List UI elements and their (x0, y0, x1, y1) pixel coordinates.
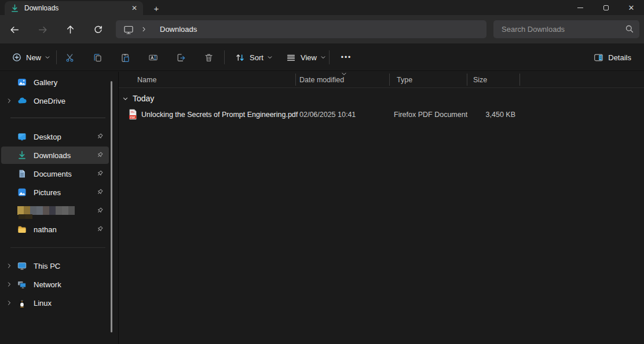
file-size: 3,450 KB (467, 111, 515, 119)
file-row[interactable]: PDF Unlocking the Secrets of Prompt Engi… (119, 107, 644, 122)
sidebar-item-label: Pictures (34, 188, 61, 197)
sidebar-item-network[interactable]: Network (1, 276, 109, 293)
group-header-today[interactable]: Today (119, 91, 154, 106)
sidebar-item-nathan[interactable]: nathan (1, 221, 109, 238)
chevron-down-icon (45, 54, 50, 60)
column-header-size[interactable]: Size (473, 76, 487, 84)
pin-icon[interactable] (96, 225, 104, 233)
sidebar-item-desktop[interactable]: Desktop (1, 128, 109, 145)
close-icon: ✕ (628, 4, 635, 12)
column-header-type[interactable]: Type (397, 76, 412, 84)
redacted-label-blur (19, 214, 32, 219)
view-button[interactable]: View (280, 47, 332, 67)
sidebar-item-label: OneDrive (34, 97, 65, 105)
delete-button[interactable] (198, 47, 219, 67)
group-label: Today (133, 94, 154, 103)
sidebar-item-label: Desktop (34, 133, 61, 141)
file-name: Unlocking the Secrets of Prompt Engineer… (141, 111, 298, 119)
column-header-date-modified[interactable]: Date modified (299, 76, 344, 84)
sidebar-item-onedrive[interactable]: OneDrive (1, 92, 109, 109)
tab-close-icon[interactable]: ✕ (129, 3, 140, 13)
pin-icon[interactable] (96, 188, 104, 196)
tab-downloads[interactable]: Downloads ✕ (5, 1, 143, 15)
network-icon (17, 280, 27, 289)
more-options-button[interactable]: ••• (336, 47, 357, 67)
new-button[interactable]: New (6, 47, 57, 67)
search-input[interactable] (493, 20, 639, 38)
arrow-left-icon (10, 25, 20, 35)
search-bar (493, 20, 639, 38)
paste-button[interactable] (115, 47, 136, 67)
paste-icon (120, 53, 130, 63)
pictures-icon (17, 188, 27, 197)
chevron-right-icon[interactable] (1, 263, 17, 269)
rename-button[interactable] (142, 47, 163, 67)
column-headers: Name Date modified Type Size (119, 72, 644, 87)
sort-button-label: Sort (250, 53, 264, 62)
pin-icon[interactable] (96, 133, 104, 140)
sidebar-item-label: nathan (34, 225, 57, 234)
new-button-label: New (26, 53, 41, 62)
sidebar-scrollbar[interactable] (111, 81, 112, 332)
chevron-down-icon (320, 54, 326, 60)
navigation-bar: Downloads (0, 15, 644, 43)
maximize-icon (603, 5, 609, 10)
close-button[interactable]: ✕ (619, 0, 644, 15)
search-icon[interactable] (625, 24, 634, 34)
toolbar-divider (56, 50, 57, 64)
sidebar-item-redacted[interactable] (1, 202, 109, 219)
plus-circle-icon (12, 53, 21, 62)
file-date-modified: 02/06/2025 10:41 (299, 111, 356, 119)
refresh-button[interactable] (89, 20, 107, 39)
trash-icon (204, 53, 214, 63)
column-header-name[interactable]: Name (137, 76, 156, 84)
tab-title: Downloads (24, 4, 129, 12)
chevron-right-icon[interactable] (1, 98, 17, 104)
linux-icon (17, 298, 27, 308)
chevron-right-icon[interactable] (1, 300, 17, 306)
sidebar-item-pictures[interactable]: Pictures (1, 184, 109, 201)
column-divider[interactable] (467, 74, 467, 86)
header-underline (119, 87, 644, 88)
details-pane-icon (594, 53, 603, 63)
sidebar-item-documents[interactable]: Documents (1, 165, 109, 182)
back-button[interactable] (5, 20, 24, 39)
address-bar[interactable]: Downloads (116, 20, 486, 38)
downloads-icon (10, 4, 19, 13)
sidebar-item-this-pc[interactable]: This PC (1, 257, 109, 275)
cut-button[interactable] (59, 47, 80, 67)
sidebar-item-downloads[interactable]: Downloads (1, 147, 109, 164)
sort-icon (235, 53, 245, 63)
copy-button[interactable] (87, 47, 108, 67)
sort-button[interactable]: Sort (229, 47, 279, 67)
column-divider[interactable] (389, 74, 390, 86)
view-list-icon (286, 53, 296, 63)
breadcrumb-current[interactable]: Downloads (160, 25, 197, 34)
sidebar-item-label: Documents (34, 170, 72, 178)
up-button[interactable] (61, 20, 79, 39)
titlebar: Downloads ✕ + ✕ (0, 0, 644, 15)
share-button[interactable] (170, 47, 191, 67)
arrow-up-icon (65, 25, 75, 35)
sidebar-item-linux[interactable]: Linux (1, 294, 109, 312)
toolbar-divider (329, 50, 330, 64)
chevron-down-icon[interactable] (122, 96, 129, 102)
documents-icon (17, 169, 27, 178)
sidebar-divider (10, 118, 105, 118)
maximize-button[interactable] (593, 0, 619, 15)
forward-button[interactable] (33, 20, 52, 39)
command-toolbar: New (0, 43, 644, 71)
new-tab-button[interactable]: + (150, 2, 163, 14)
column-divider[interactable] (519, 74, 520, 86)
minimize-button[interactable] (568, 0, 593, 15)
gallery-icon (17, 78, 27, 87)
column-divider[interactable] (295, 74, 296, 86)
redacted-label-blur (17, 206, 75, 215)
pin-icon[interactable] (96, 170, 104, 177)
chevron-right-icon[interactable] (1, 281, 17, 287)
pin-icon[interactable] (96, 151, 104, 159)
pin-icon[interactable] (96, 207, 104, 214)
desktop-icon (17, 132, 27, 141)
details-button[interactable]: Details (588, 47, 637, 67)
sidebar-item-gallery[interactable]: Gallery (1, 74, 109, 91)
